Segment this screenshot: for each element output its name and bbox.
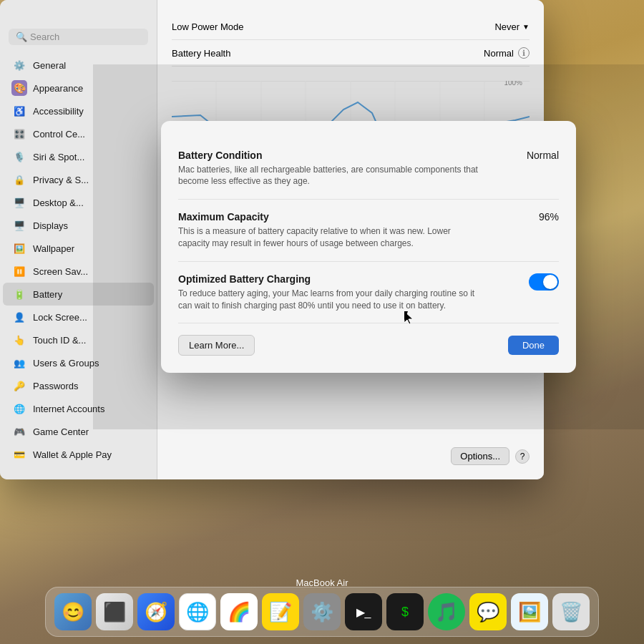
done-button[interactable]: Done [508,336,559,355]
sidebar-label-wallet: Wallet & Apple Pay [33,449,112,460]
maximum-capacity-value: 96% [539,211,559,223]
dock-spotify[interactable]: 🎵 [428,593,465,630]
battery-health-value-container: Normal ℹ [484,47,530,59]
spotify-icon: 🎵 [435,601,458,623]
optimized-charging-label: Optimized Battery Charging [178,273,479,285]
help-button[interactable]: ? [515,449,530,464]
sidebar-label-accessibility: Accessibility [33,106,84,117]
low-power-value-container[interactable]: Never ▼ [494,21,530,32]
battery-health-info-icon[interactable]: ℹ [518,47,530,59]
low-power-mode-value: Never [494,21,519,32]
maximum-capacity-section: Maximum Capacity This is a measure of ba… [178,200,559,262]
sidebar-label-privacy: Privacy & S... [33,175,89,185]
appearance-icon: 🎨 [11,80,27,96]
search-placeholder: Search [30,31,59,42]
battery-condition-content: Battery Condition Mac batteries, like al… [178,150,479,188]
chrome-icon: 🌐 [186,601,209,623]
dock: 😊 ⬛ 🧭 🌐 🌈 📝 ⚙️ ▶_ $ 🎵 💬 🖼️ 🗑️ [45,587,599,637]
sidebar-label-screen-saver: Screen Sav... [33,266,88,277]
dock-kakao[interactable]: 💬 [469,593,507,630]
low-power-mode-row: Low Power Mode Never ▼ [172,14,530,40]
sidebar-label-touch-id: Touch ID &... [33,335,86,346]
trash-icon: 🗑️ [560,601,582,623]
general-icon: ⚙️ [11,57,27,73]
optimized-charging-desc: To reduce battery aging, your Mac learns… [178,288,479,312]
photos-icon: 🌈 [228,601,250,623]
screen-saver-icon: ⏸️ [11,263,27,279]
sidebar-label-battery: Battery [33,289,62,300]
users-groups-icon: 👥 [11,355,27,371]
battery-health-row: Battery Health Normal ℹ [172,40,530,67]
internet-accounts-icon: 🌐 [11,401,27,416]
maximum-capacity-content: Maximum Capacity This is a measure of ba… [178,211,479,250]
wallpaper-icon: 🖼️ [11,240,27,256]
sidebar-label-control-center: Control Ce... [33,129,85,140]
safari-icon: 🧭 [145,601,167,623]
battery-health-label: Battery Health [172,48,230,59]
dock-iterm[interactable]: $ [386,593,424,630]
dock-finder[interactable]: 😊 [54,593,92,630]
dock-photos[interactable]: 🌈 [220,593,258,630]
game-center-icon: 🎮 [11,424,27,439]
modal-overlay: Battery Condition Mac batteries, like al… [93,64,644,429]
dock-notes[interactable]: 📝 [262,593,299,630]
battery-condition-value: Normal [527,150,559,161]
search-icon: 🔍 [16,31,27,42]
dock-terminal[interactable]: ▶_ [345,593,382,630]
displays-icon: 🖥️ [11,218,27,233]
passwords-icon: 🔑 [11,378,27,394]
battery-condition-label: Battery Condition [178,150,479,161]
wallet-icon: 💳 [11,447,27,462]
preview-icon: 🖼️ [518,601,541,623]
low-power-dropdown-icon[interactable]: ▼ [522,23,530,31]
low-power-mode-label: Low Power Mode [172,21,243,32]
siri-icon: 🎙️ [11,149,27,165]
options-bar: Options... ? [451,447,530,465]
kakao-icon: 💬 [477,601,499,623]
sidebar-label-desktop: Desktop &... [33,197,84,208]
optimized-charging-content: Optimized Battery Charging To reduce bat… [178,273,479,312]
sidebar-label-users-groups: Users & Groups [33,358,99,369]
maximum-capacity-label: Maximum Capacity [178,211,479,223]
lock-screen-icon: 👤 [11,309,27,325]
optimized-charging-section: Optimized Battery Charging To reduce bat… [178,262,559,324]
terminal-icon: ▶_ [356,605,371,619]
battery-condition-desc: Mac batteries, like all rechargeable bat… [178,164,479,188]
control-center-icon: 🎛️ [11,126,27,142]
battery-icon: 🔋 [11,286,27,302]
battery-condition-section: Battery Condition Mac batteries, like al… [178,138,559,200]
iterm-icon: $ [401,605,409,620]
battery-health-value: Normal [484,48,514,59]
finder-icon: 😊 [62,601,84,623]
toggle-knob [543,275,557,289]
dock-trash[interactable]: 🗑️ [552,593,590,630]
maximum-capacity-row: Maximum Capacity This is a measure of ba… [178,211,559,250]
options-button[interactable]: Options... [451,447,509,465]
optimized-charging-toggle[interactable] [529,273,559,291]
launchpad-icon: ⬛ [103,601,126,623]
modal-footer: Learn More... Done [178,335,559,356]
battery-condition-row: Battery Condition Mac batteries, like al… [178,150,559,188]
sidebar-label-general: General [33,60,66,71]
dock-safari[interactable]: 🧭 [137,593,175,630]
desktop-icon: 🖥️ [11,195,27,210]
notes-icon: 📝 [269,601,292,623]
touch-id-icon: 👆 [11,332,27,348]
system-prefs-icon: ⚙️ [311,601,333,623]
sidebar-item-wallet[interactable]: 💳 Wallet & Apple Pay [3,443,154,466]
sidebar-label-game-center: Game Center [33,426,89,437]
privacy-icon: 🔒 [11,172,27,187]
dock-system-prefs[interactable]: ⚙️ [303,593,341,630]
sidebar-label-siri: Siri & Spot... [33,152,84,162]
accessibility-icon: ♿ [11,103,27,119]
dock-launchpad[interactable]: ⬛ [96,593,133,630]
dock-chrome[interactable]: 🌐 [179,593,216,630]
learn-more-button[interactable]: Learn More... [178,335,255,356]
sidebar-label-lock-screen: Lock Scree... [33,312,87,323]
sidebar-label-wallpaper: Wallpaper [33,243,74,254]
sidebar-label-displays: Displays [33,220,68,231]
battery-health-modal: Battery Condition Mac batteries, like al… [161,121,576,374]
dock-preview[interactable]: 🖼️ [511,593,548,630]
macbook-air-label: MacBook Air [296,577,348,588]
search-bar[interactable]: 🔍 Search [9,29,148,45]
